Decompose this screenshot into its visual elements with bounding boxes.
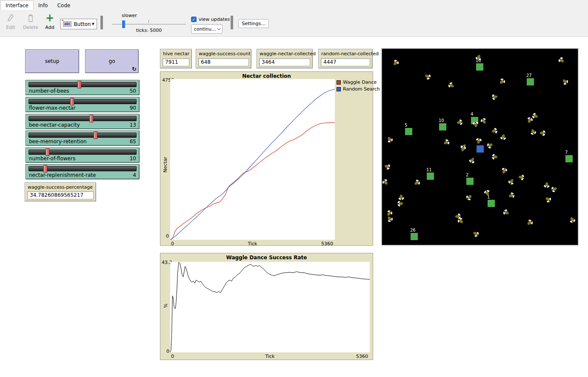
bee-turtle[interactable] [475,54,482,61]
bee-turtle[interactable] [457,217,465,225]
bee-turtle[interactable] [517,173,525,181]
series-waggle-success-percentage [170,262,370,352]
bee-turtle[interactable] [491,127,498,135]
flower-patch[interactable]: 26 [411,233,418,240]
slider-handle[interactable] [77,81,81,88]
bee-turtle[interactable] [424,73,431,80]
bee-turtle[interactable] [508,178,515,185]
update-mode-value: continu... [194,26,216,32]
slider-number-of-flowers[interactable]: number-of-flowers10 [26,147,140,163]
bee-turtle[interactable] [480,117,488,125]
bee-turtle[interactable] [448,82,455,89]
netlogo-window: Interface Info Code Edit Delete + Add *a… [0,0,588,377]
nectar-collection-plot: Nectar collection 4750 0 Nectar 0 Tick 5… [160,71,373,246]
bee-turtle[interactable] [561,78,569,85]
bee-turtle[interactable] [483,189,491,197]
slider-track[interactable] [29,116,137,121]
bee-turtle[interactable] [392,59,400,67]
bee-turtle[interactable] [526,219,534,227]
edit-button[interactable]: Edit [4,13,17,30]
slider-bee-memory-retention[interactable]: bee-memory-retention65 [26,130,140,146]
flower-patch[interactable]: 5 [405,128,412,135]
bee-turtle[interactable] [386,136,394,143]
bee-turtle[interactable] [491,153,499,161]
slider-track[interactable] [29,99,137,104]
bee-turtle[interactable] [486,142,494,149]
slider-handle[interactable] [70,98,74,105]
bee-turtle[interactable] [551,185,558,193]
bee-turtle[interactable] [413,179,421,187]
bee-turtle[interactable] [531,112,539,120]
legend-label: Waggle Dance [343,79,377,85]
slider-flower-max-nectar[interactable]: flower-max-nectar90 [26,97,140,112]
bee-turtle[interactable] [539,129,546,137]
bee-turtle[interactable] [468,156,476,164]
bee-turtle[interactable] [465,193,473,201]
bee-turtle[interactable] [500,133,507,141]
x-axis-label: Tick [170,354,370,359]
setup-button[interactable]: setup [25,49,79,73]
world-view[interactable]: 102751041122671 [382,48,578,245]
waggle-success-rate-plot: Waggle Dance Success Rate 43.2 0 % 0 Tic… [160,253,373,360]
go-button[interactable]: go ↻ [85,49,139,73]
bee-turtle[interactable] [475,137,482,145]
bee-turtle[interactable] [558,57,565,64]
slider-handle[interactable] [94,131,97,139]
slider-track[interactable] [29,133,137,138]
tab-code[interactable]: Code [52,1,75,10]
hive-patch[interactable] [477,145,484,153]
tab-interface[interactable]: Interface [0,0,34,10]
bee-turtle[interactable] [397,200,404,207]
slider-track[interactable] [29,82,137,87]
bee-turtle[interactable] [502,209,510,216]
flower-patch[interactable]: 11 [427,173,434,180]
settings-button[interactable]: Settings... [238,19,269,28]
slider-handle[interactable] [43,165,47,173]
legend-item: Waggle Dance [337,79,380,85]
flower-patch[interactable]: 27 [527,78,534,85]
bee-turtle[interactable] [386,215,394,223]
bee-turtle[interactable] [491,93,499,101]
toolbar-separator-2 [231,16,233,29]
bee-turtle[interactable] [500,167,508,175]
flower-patch[interactable]: 10 [476,63,483,71]
bee-turtle[interactable] [498,78,506,85]
flower-nectar-count: 2 [466,173,468,177]
widget-type-dropdown[interactable]: *abc Button ▼ [60,19,97,29]
bee-turtle[interactable] [442,139,450,146]
bee-turtle[interactable] [472,230,480,238]
slider-nectar-replenishment-rate[interactable]: nectar-replenishment-rate4 [26,164,140,179]
flower-patch[interactable]: 7 [565,155,573,162]
slider-bee-nectar-capacity[interactable]: bee-nectar-capacity13 [26,114,140,129]
slider-track[interactable] [29,150,137,155]
widget-type-value: Button [74,21,91,27]
series-Waggle-Dance [170,122,335,240]
bee-turtle[interactable] [382,179,389,186]
tab-info[interactable]: Info [34,1,53,10]
add-button[interactable]: + Add [44,13,56,30]
view-updates-checkbox[interactable]: ✓ [191,17,197,22]
bee-turtle[interactable] [508,192,515,199]
bee-turtle[interactable] [456,119,463,126]
legend-item: Random Search [337,86,380,92]
bee-turtle[interactable] [459,145,467,153]
plus-icon: + [44,13,56,23]
bee-turtle[interactable] [472,121,480,128]
legend-label: Random Search [343,86,380,92]
bee-turtle[interactable] [568,216,576,224]
bee-turtle[interactable] [543,181,551,189]
flower-patch[interactable]: 1 [488,200,495,207]
slider-handle[interactable] [89,115,93,122]
delete-button[interactable]: Delete [22,13,39,30]
update-mode-dropdown[interactable]: continu... [191,24,223,34]
slider-track[interactable] [29,166,137,171]
flower-patch[interactable]: 10 [439,123,446,130]
speed-slider-handle[interactable] [122,20,125,28]
bee-turtle[interactable] [544,196,552,203]
flower-patch[interactable]: 2 [466,178,474,185]
slider-handle[interactable] [46,148,49,156]
bee-turtle[interactable] [529,128,537,136]
bee-turtle[interactable] [383,163,391,170]
slider-row: bee-memory-retention65 [29,139,136,145]
slider-number-of-bees[interactable]: number-of-bees50 [26,80,140,95]
